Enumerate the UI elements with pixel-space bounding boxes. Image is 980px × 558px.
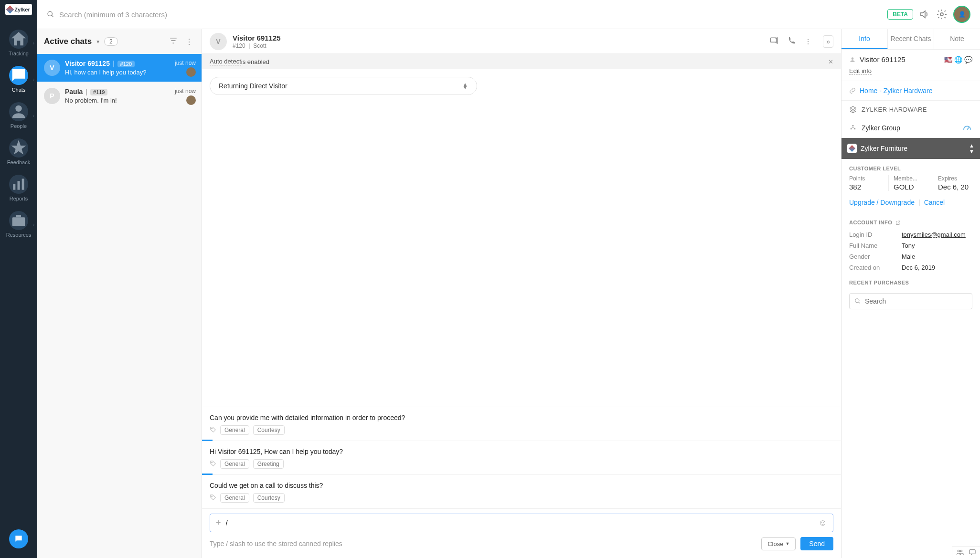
nav-chats[interactable]: Chats ›: [0, 61, 37, 97]
main-area: BETA 👤 Active chats ▼ 2 ⋮ V Visitor 6911…: [37, 0, 980, 558]
account-info-header: ACCOUNT INFO: [842, 213, 980, 229]
svg-point-12: [212, 495, 213, 496]
brand-logo[interactable]: Zylker: [5, 4, 32, 15]
chat-item-id: #120: [117, 61, 135, 67]
more-icon[interactable]: ⋮: [805, 38, 811, 45]
visitor-avatar: V: [210, 33, 227, 50]
nav-reports[interactable]: Reports: [0, 170, 37, 206]
phone-icon[interactable]: [788, 36, 796, 46]
svg-point-15: [851, 128, 852, 130]
collapse-icon: ▲▼: [969, 143, 974, 154]
visitor-type-select[interactable]: Returning Direct Visitor ▲▼: [210, 77, 477, 95]
tab-recent-chats[interactable]: Recent Chats: [888, 29, 934, 49]
chat-list-item[interactable]: V Visitor 691125|#120 Hi, how can I help…: [37, 54, 202, 82]
tab-info[interactable]: Info: [842, 29, 888, 49]
cancel-link[interactable]: Cancel: [924, 199, 945, 206]
upgrade-link[interactable]: Upgrade / Downgrade: [849, 199, 915, 206]
purchases-search: [849, 293, 972, 309]
operator-avatar: [186, 95, 196, 105]
furniture-section-header[interactable]: Zylker Furniture ▲▼: [842, 138, 980, 159]
svg-rect-1: [13, 184, 15, 190]
canned-text: Hi Visitor 691125, How can I help you to…: [210, 448, 833, 455]
svg-line-7: [52, 15, 53, 17]
purchases-search-input[interactable]: [865, 297, 967, 305]
close-icon[interactable]: ✕: [828, 58, 833, 65]
svg-point-14: [852, 125, 854, 126]
conversation-header: V Visitor 691125 #120 | Scott ⋮ »: [202, 29, 841, 54]
quick-chat-button[interactable]: [9, 529, 28, 548]
brand-hardware: ZYLKER HARDWARE: [842, 101, 980, 118]
close-button[interactable]: Close ▼: [761, 537, 796, 550]
chat-count-badge: 2: [104, 37, 118, 46]
canned-tag: General: [220, 493, 249, 503]
composer: + ☺ Type / slash to use the stored canne…: [202, 509, 841, 558]
conversation-body: Returning Direct Visitor ▲▼: [202, 69, 841, 407]
bar-chart-icon: [9, 175, 28, 194]
chevron-down-icon[interactable]: ▼: [96, 39, 100, 44]
nav-feedback[interactable]: Feedback: [0, 134, 37, 170]
emoji-icon[interactable]: ☺: [819, 518, 827, 528]
more-icon[interactable]: ⋮: [183, 37, 195, 46]
chat-bubble-icon[interactable]: [969, 548, 976, 556]
conversation-subtitle: #120 | Scott: [233, 42, 281, 49]
created-value: Dec 6, 2019: [902, 264, 935, 271]
gear-icon[interactable]: [936, 9, 948, 20]
chat-item-name: Paula: [65, 88, 83, 95]
full-name-value: Tony: [902, 242, 915, 249]
info-panel: Info Recent Chats Note Visitor 691125 🇺🇸…: [842, 29, 980, 558]
chat-item-avatar: V: [44, 60, 60, 76]
star-icon: [9, 138, 28, 158]
canned-reply-item[interactable]: Hi Visitor 691125, How can I help you to…: [202, 441, 841, 475]
chat-item-time: just now: [175, 60, 196, 66]
recent-purchases-header: RECENT PURCHASES: [842, 273, 980, 289]
conversation-panel: V Visitor 691125 #120 | Scott ⋮ » Auto d…: [202, 29, 842, 558]
layers-icon: [849, 105, 857, 113]
collapse-panel-icon[interactable]: »: [823, 35, 833, 48]
profile-avatar[interactable]: 👤: [953, 6, 970, 23]
screen-share-icon[interactable]: [769, 36, 779, 47]
content: Active chats ▼ 2 ⋮ V Visitor 691125|#120…: [37, 29, 980, 558]
external-link-icon[interactable]: [895, 220, 901, 225]
svg-point-8: [940, 13, 943, 16]
edit-info-link[interactable]: Edit info: [849, 67, 872, 75]
svg-rect-22: [969, 550, 975, 554]
chat-list-item[interactable]: P Paula|#119 No problem. I'm in! just no…: [37, 82, 202, 110]
svg-point-11: [212, 462, 213, 463]
plus-icon[interactable]: +: [216, 518, 221, 528]
svg-rect-3: [22, 179, 24, 190]
nav-people[interactable]: People ›: [0, 97, 37, 134]
gauge-icon: [962, 123, 972, 133]
sound-icon[interactable]: [919, 9, 930, 20]
send-button[interactable]: Send: [800, 537, 833, 550]
svg-point-21: [960, 550, 962, 552]
chatlist-title: Active chats: [44, 37, 92, 46]
canned-text: Could we get on a call to discuss this?: [210, 482, 833, 489]
canned-reply-item[interactable]: Can you provide me with detailed informa…: [202, 407, 841, 441]
login-id-value[interactable]: tonysmiles@gmail.com: [902, 231, 966, 238]
org-icon: [849, 124, 857, 132]
people-icon[interactable]: [956, 548, 964, 556]
message-input-box: + ☺: [210, 514, 833, 532]
visitor-flags: 🇺🇸 🌐 💬: [944, 56, 972, 63]
operator-avatar: [186, 67, 196, 77]
filter-icon[interactable]: [167, 36, 180, 47]
tab-note[interactable]: Note: [934, 29, 980, 49]
svg-rect-5: [16, 215, 21, 217]
search-wrap: [47, 11, 882, 19]
canned-reply-item[interactable]: Could we get on a call to discuss this? …: [202, 475, 841, 509]
chat-item-name: Visitor 691125: [65, 60, 110, 67]
chevron-right-icon: ›: [33, 77, 34, 82]
home-icon: [9, 30, 28, 49]
autodetect-banner: Auto detect is enabled ✕: [202, 54, 841, 69]
svg-rect-2: [18, 181, 20, 190]
gender-value: Male: [902, 253, 915, 260]
canned-text: Can you provide me with detailed informa…: [210, 414, 833, 421]
svg-line-19: [859, 302, 860, 304]
nav-tracking[interactable]: Tracking ›: [0, 25, 37, 61]
nav-resources[interactable]: Resources ›: [0, 206, 37, 242]
topbar: BETA 👤: [37, 0, 980, 29]
left-nav: Zylker Tracking › Chats › People › Feedb…: [0, 0, 37, 558]
message-input[interactable]: [226, 519, 814, 527]
global-search-input[interactable]: [59, 11, 882, 19]
visitor-page-link[interactable]: Home - Zylker Hardware: [849, 87, 972, 95]
